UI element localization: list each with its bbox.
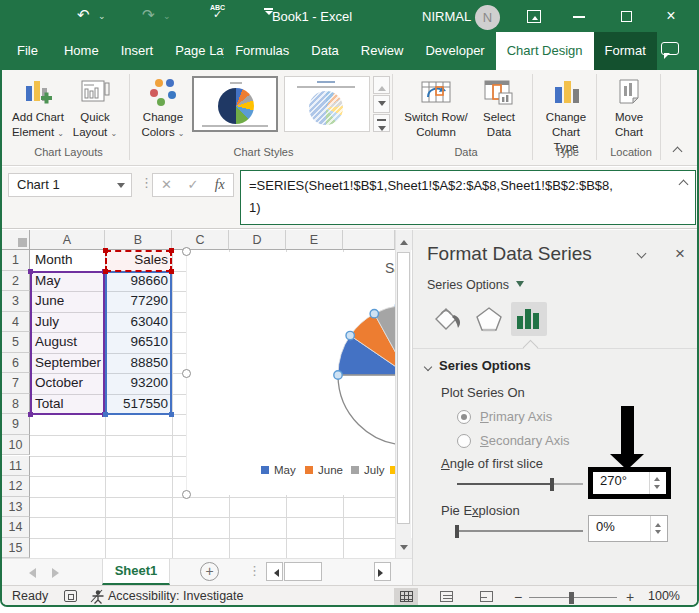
tab-data[interactable]: Data — [300, 32, 349, 70]
category-range-A2-A8-handle[interactable] — [28, 269, 33, 274]
series-options-icon[interactable] — [511, 302, 547, 336]
insert-function-icon[interactable]: fx — [206, 174, 233, 196]
close-button[interactable]: × — [654, 2, 688, 32]
category-range-A2-A8-handle[interactable] — [28, 412, 33, 417]
chart-object[interactable]: Sales MayJuneJulyAugust — [186, 252, 395, 495]
tab-insert[interactable]: Insert — [110, 32, 165, 70]
tab-strip-resize-handle[interactable]: ⋮ — [248, 563, 261, 578]
row-header-5[interactable]: 5 — [2, 332, 30, 353]
ribbon-display-options-icon[interactable] — [517, 2, 551, 32]
row-header-15[interactable]: 15 — [2, 538, 30, 558]
collapse-formula-bar-icon[interactable] — [679, 180, 689, 190]
row-header-6[interactable]: 6 — [2, 353, 30, 374]
maximize-button[interactable] — [610, 2, 644, 32]
row-header-4[interactable]: 4 — [2, 312, 30, 333]
legend-item-july[interactable]: July — [351, 464, 384, 476]
series-options-section-header[interactable]: Series Options — [425, 358, 531, 373]
minimize-button[interactable] — [562, 2, 596, 32]
vertical-scrollbar[interactable] — [395, 230, 411, 558]
row-header-13[interactable]: 13 — [2, 497, 30, 518]
scroll-up-icon[interactable] — [396, 230, 412, 250]
slice-selection-handle[interactable] — [334, 371, 342, 379]
primary-axis-radio[interactable]: Primary Axis — [457, 409, 552, 424]
tab-developer[interactable]: Developer — [414, 32, 495, 70]
secondary-axis-radio-circle[interactable] — [457, 434, 471, 448]
undo-dropdown-icon[interactable]: ⌄ — [98, 11, 106, 21]
avatar[interactable]: N — [475, 5, 500, 30]
chart-handle-mid-left[interactable] — [182, 369, 191, 378]
column-header-D[interactable]: D — [229, 230, 286, 250]
vertical-scrollbar-thumb[interactable] — [397, 252, 410, 524]
explosion-slider-thumb[interactable] — [455, 525, 459, 538]
row-header-3[interactable]: 3 — [2, 291, 30, 312]
series-name-range-B1-handle[interactable] — [103, 248, 108, 253]
explosion-spinbox[interactable]: 0% — [588, 515, 668, 542]
row-header-12[interactable]: 12 — [2, 476, 30, 497]
zoom-slider-thumb[interactable] — [569, 592, 574, 604]
undo-icon[interactable]: ↶ — [77, 6, 90, 24]
column-header-E[interactable]: E — [286, 230, 343, 250]
column-header-A[interactable]: A — [30, 230, 105, 250]
pie-chart[interactable] — [187, 282, 395, 457]
enter-icon[interactable]: ✓ — [180, 174, 207, 196]
hscroll-right-icon[interactable] — [374, 562, 391, 581]
row-header-1[interactable]: 1 — [2, 250, 30, 271]
angle-value[interactable]: 270° — [600, 473, 627, 488]
explosion-slider-track[interactable] — [455, 530, 583, 532]
chart-handle-bottom-left[interactable] — [182, 490, 191, 499]
row-header-7[interactable]: 7 — [2, 373, 30, 394]
user-name[interactable]: NIRMAL — [422, 9, 471, 24]
tab-chart-design[interactable]: Chart Design — [496, 32, 594, 70]
accessibility-status[interactable]: Accessibility: Investigate — [108, 589, 243, 603]
chart-title[interactable]: Sales — [385, 260, 395, 276]
formula-input[interactable]: =SERIES(Sheet1!$B$1,Sheet1!$A$2:$A$8,She… — [240, 170, 696, 225]
series-name-range-B1-handle[interactable] — [169, 248, 174, 253]
redo-icon[interactable]: ↷ — [142, 6, 155, 24]
comments-icon[interactable] — [661, 42, 679, 55]
select-all-button[interactable] — [2, 230, 30, 250]
row-header-14[interactable]: 14 — [2, 517, 30, 538]
sheet-nav-right-icon[interactable] — [52, 568, 64, 578]
tab-file[interactable]: File — [2, 32, 53, 70]
explosion-spinner[interactable] — [650, 516, 667, 541]
normal-view-icon[interactable] — [394, 588, 418, 606]
column-header-C[interactable]: C — [172, 230, 229, 250]
gallery-scroll-down-button[interactable] — [373, 95, 390, 113]
pane-close-icon[interactable]: × — [675, 244, 685, 264]
column-header-f[interactable] — [343, 230, 395, 250]
tab-formulas[interactable]: Formulas — [224, 32, 300, 70]
zoom-in-icon[interactable]: + — [626, 589, 634, 605]
tab-home[interactable]: Home — [53, 32, 110, 70]
name-box-dropdown-icon[interactable] — [117, 183, 125, 192]
macro-record-icon[interactable] — [64, 590, 77, 602]
values-range-B2-B8-handle[interactable] — [169, 412, 174, 417]
effects-icon[interactable] — [471, 302, 507, 336]
row-header-2[interactable]: 2 — [2, 271, 30, 292]
sheet-tab-sheet1[interactable]: Sheet1 — [102, 559, 170, 585]
legend-item-june[interactable]: June — [305, 464, 343, 476]
gallery-scroll-up-button[interactable] — [373, 76, 390, 94]
gallery-more-button[interactable] — [373, 114, 390, 132]
tab-format[interactable]: Format — [594, 32, 657, 70]
series-name-range-B1-handle[interactable] — [103, 269, 108, 274]
slice-selection-handle[interactable] — [370, 309, 378, 317]
pie-slice-total[interactable] — [338, 375, 395, 445]
tab-review[interactable]: Review — [350, 32, 415, 70]
explosion-value[interactable]: 0% — [596, 519, 615, 534]
horizontal-scrollbar-thumb[interactable] — [284, 562, 322, 581]
angle-slider-thumb[interactable] — [550, 478, 554, 491]
cell-A1[interactable]: Month — [35, 250, 101, 271]
values-range-B2-B8-handle[interactable] — [103, 412, 108, 417]
column-header-B[interactable]: B — [105, 230, 172, 250]
chart-style-2-thumbnail[interactable] — [284, 76, 370, 132]
hscroll-left-icon[interactable] — [266, 562, 283, 581]
page-layout-view-icon[interactable] — [434, 588, 458, 606]
row-header-8[interactable]: 8 — [2, 394, 30, 415]
cancel-icon[interactable]: ✕ — [153, 174, 180, 196]
name-box[interactable]: Chart 1 — [8, 173, 132, 197]
sheet-nav-left-icon[interactable] — [24, 568, 36, 578]
secondary-axis-radio[interactable]: Secondary Axis — [457, 433, 570, 448]
collapse-ribbon-icon[interactable] — [673, 147, 683, 157]
row-header-11[interactable]: 11 — [2, 456, 30, 477]
series-options-dropdown[interactable]: Series Options — [427, 278, 524, 292]
